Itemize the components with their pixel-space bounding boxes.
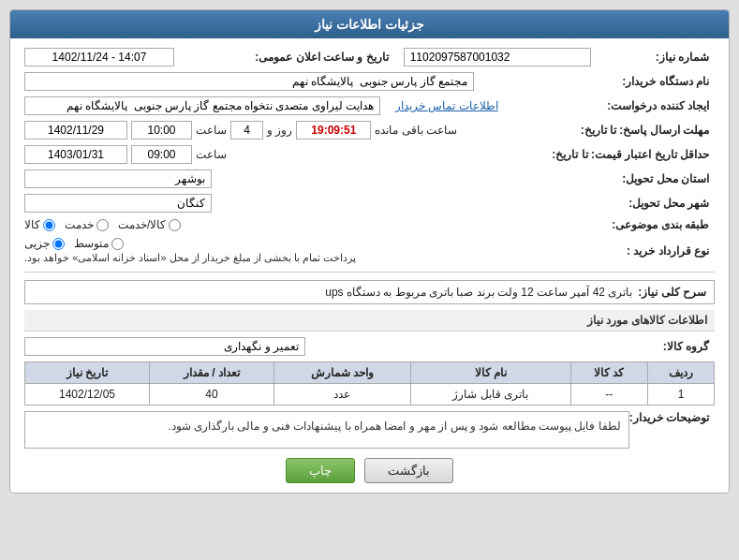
serh-value: باتری 42 آمپر ساعت 12 ولت برند صبا باتری… <box>33 286 632 299</box>
chap-button[interactable]: چاپ <box>286 458 355 483</box>
radio-kala-khadamat[interactable]: کالا/خدمت <box>118 218 181 231</box>
name-dastgah-input[interactable] <box>24 72 474 91</box>
panel-title: جزئیات اطلاعات نیاز <box>10 10 729 38</box>
tarikh-pasokh-input[interactable] <box>24 121 127 140</box>
saat-baghi-label: ساعت باقی مانده <box>375 124 457 137</box>
rooz-input[interactable] <box>230 121 263 140</box>
serh-label: سرح کلی نیاز: <box>638 286 706 299</box>
name-dastgah-label: نام دستگاه خریدار: <box>622 75 709 88</box>
radio-jozyi-label: جزیی <box>24 237 50 250</box>
rooz-label: روز و <box>267 124 292 137</box>
ostan-input[interactable] <box>24 169 212 188</box>
shahr-input[interactable] <box>24 194 212 213</box>
radio-kala-input[interactable] <box>43 219 55 231</box>
noe-gharardad-label: نوع قرارداد خرید : <box>627 244 709 258</box>
kalaha-section-title: اطلاعات کالاهای مورد نیاز <box>24 310 715 332</box>
radio-khadamat-label: خدمت <box>65 218 94 231</box>
col-radif: ردیف <box>648 362 715 384</box>
radio-motovaset[interactable]: متوسط <box>74 237 124 250</box>
tozihat-row: توضیحات خریدار: لطفا فایل پیوست مطالعه ش… <box>24 411 715 449</box>
cell-kod: -- <box>570 384 648 405</box>
radio-khadamat[interactable]: خدمت <box>65 218 109 231</box>
saat-input[interactable] <box>131 121 192 140</box>
radio-jozyi-input[interactable] <box>52 238 65 250</box>
bazgasht-button[interactable]: بازگشت <box>364 458 453 483</box>
tarikh-etebar-input[interactable] <box>24 145 127 164</box>
mohlat-ersal-label: مهلت ارسال پاسخ: تا تاریخ: <box>581 124 709 137</box>
tarikh-saat-label: تاریخ و ساعت اعلان عمومی: <box>255 51 388 64</box>
gharardad-note: پرداخت تمام با بخشی از مبلغ خریدار از مح… <box>24 252 356 264</box>
saat-baghi-input[interactable] <box>296 121 371 140</box>
cell-radif: 1 <box>648 384 715 405</box>
col-kod: کد کالا <box>570 362 648 384</box>
ijad-konande-label: ایجاد کننده درخواست: <box>607 99 709 112</box>
radio-khadamat-input[interactable] <box>96 219 109 231</box>
radio-kala-label: کالا <box>24 218 40 231</box>
saat-label2: ساعت <box>196 148 227 161</box>
tozihat-box: لطفا فایل پیوست مطالعه شود و پس از مهر و… <box>24 411 629 449</box>
radio-jozyi[interactable]: جزیی <box>24 237 65 250</box>
gorohe-kala-label: گروه کالا: <box>634 340 709 353</box>
serh-box: سرح کلی نیاز: باتری 42 آمپر ساعت 12 ولت … <box>24 280 715 304</box>
cell-tarikh: 1402/12/05 <box>25 384 150 405</box>
tozihat-label: توضیحات خریدار: <box>629 411 709 424</box>
radio-motovaset-label: متوسط <box>74 237 109 250</box>
divider1 <box>24 272 715 273</box>
cell-vahed: عدد <box>273 384 410 405</box>
col-tarikh: تاریخ نیاز <box>25 362 150 384</box>
tarikh-saat-input[interactable] <box>24 48 174 66</box>
ijad-konande-input[interactable] <box>24 96 380 115</box>
hadaghale-label: حداقل تاریخ اعتبار قیمت: تا تاریخ: <box>552 148 709 161</box>
radio-motovaset-input[interactable] <box>111 238 124 250</box>
shomare-niaz-input[interactable] <box>404 48 591 66</box>
cell-name: باتری قابل شارژ <box>411 384 570 405</box>
saat-etebar-input[interactable] <box>131 145 192 164</box>
ostan-label: استان محل تحویل: <box>622 172 709 185</box>
cell-tedad: 40 <box>150 384 274 405</box>
shahr-label: شهر محل تحویل: <box>628 197 709 210</box>
col-name: نام کالا <box>411 362 570 384</box>
shomare-niaz-label: شماره نیاز: <box>634 51 709 64</box>
etelaate-tamas-link[interactable]: اطلاعات تماس خریدار <box>395 99 498 112</box>
col-tedad: تعداد / مقدار <box>150 362 274 384</box>
radio-kala-khadamat-label: کالا/خدمت <box>118 218 166 231</box>
col-vahed: واحد شمارش <box>273 362 410 384</box>
table-row: 1 -- باتری قابل شارژ عدد 40 1402/12/05 <box>25 384 715 405</box>
radio-kala-khadamat-input[interactable] <box>169 219 181 231</box>
kala-table: ردیف کد کالا نام کالا واحد شمارش تعداد /… <box>24 361 715 405</box>
tabaghebandi-label: طبقه بندی موضوعی: <box>612 218 709 231</box>
saat-label: ساعت <box>196 124 227 137</box>
radio-kala[interactable]: کالا <box>24 218 55 231</box>
button-row: بازگشت چاپ <box>24 458 715 483</box>
gorohe-kala-input[interactable] <box>24 337 305 356</box>
